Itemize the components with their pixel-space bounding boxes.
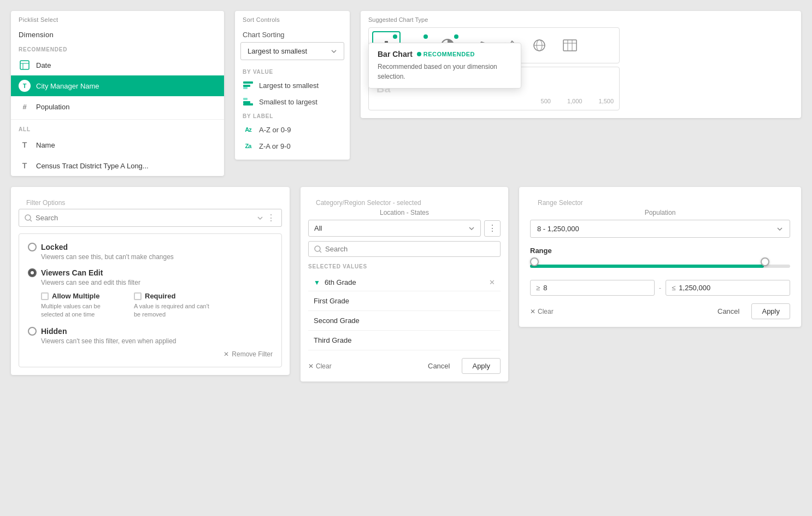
tag-inner: ▼ 6th Grade bbox=[314, 278, 356, 286]
category-search-icon bbox=[314, 245, 322, 253]
svg-rect-8 bbox=[243, 98, 248, 100]
sort-item-smallest-largest[interactable]: Smallest to largest bbox=[235, 93, 350, 110]
date-label: Date bbox=[36, 61, 51, 69]
picklist-item-date[interactable]: Date bbox=[11, 55, 224, 75]
range-selector-panel: Range Selector Population 8 - 1,250,000 … bbox=[519, 187, 801, 327]
slider-fill bbox=[530, 265, 764, 268]
range-apply-button[interactable]: Apply bbox=[751, 303, 790, 319]
allow-multiple-label: Allow Multiple bbox=[52, 292, 99, 300]
chart-btn-table[interactable] bbox=[556, 31, 584, 60]
sort-controls-panel: Sort Controls Chart Sorting Largest to s… bbox=[235, 11, 350, 160]
range-clear-button[interactable]: ✕ Clear bbox=[530, 308, 554, 315]
more-options-icon[interactable]: ⋮ bbox=[267, 213, 276, 223]
selected-values-label: SELECTED VALUES bbox=[308, 261, 501, 272]
table-icon bbox=[19, 59, 31, 71]
picklist-label: Picklist Select bbox=[11, 11, 224, 25]
category-clear-button[interactable]: ✕ Clear bbox=[308, 362, 332, 370]
recommended-section: RECOMMENDED bbox=[11, 42, 224, 55]
category-more-button[interactable]: ⋮ bbox=[484, 220, 501, 237]
range-min-input[interactable] bbox=[543, 284, 587, 292]
chart-type-label: Suggested Chart Type bbox=[368, 16, 793, 23]
picklist-item-city-manager[interactable]: T City Manager Name bbox=[11, 75, 224, 96]
selected-item-label: 6th Grade bbox=[325, 278, 356, 286]
slider-thumb-left[interactable] bbox=[530, 257, 539, 266]
selected-value-6th-grade: ▼ 6th Grade ✕ bbox=[308, 274, 501, 291]
filter-search-bar[interactable]: ⋮ bbox=[19, 209, 282, 227]
range-max-input-box[interactable]: ≤ bbox=[666, 280, 790, 296]
hash-icon: # bbox=[19, 101, 31, 113]
max-operator: ≤ bbox=[672, 284, 675, 292]
smallest-largest-icon bbox=[243, 97, 254, 106]
range-inputs: ≥ - ≤ bbox=[530, 280, 790, 296]
chart-btn-map[interactable] bbox=[525, 31, 554, 60]
slider-thumb-right[interactable] bbox=[761, 257, 769, 266]
range-dropdown[interactable]: 8 - 1,250,000 bbox=[530, 220, 790, 238]
filter-inner-panel: Locked Viewers can see this, but can't m… bbox=[19, 233, 282, 367]
remove-filter-button[interactable]: ✕ Remove Filter bbox=[223, 350, 273, 358]
hidden-label: Hidden bbox=[41, 327, 67, 336]
sort-item-az[interactable]: Az A-Z or 0-9 bbox=[235, 121, 350, 138]
category-selector-label: Category/Region Selector - selected bbox=[308, 195, 501, 209]
T-circle-active-icon: T bbox=[19, 80, 31, 92]
remove-6th-grade-button[interactable]: ✕ bbox=[489, 278, 495, 286]
sort-selected-value: Largest to smallest bbox=[248, 47, 307, 55]
remove-x-icon: ✕ bbox=[223, 350, 229, 358]
clear-label: Clear bbox=[316, 362, 332, 370]
search-chevron-icon bbox=[257, 215, 263, 221]
category-dropdown-row: All ⋮ bbox=[308, 220, 501, 237]
tooltip-desc: Recommended based on your dimension sele… bbox=[378, 62, 512, 81]
third-grade-label: Third Grade bbox=[314, 336, 351, 344]
range-dropdown-value: 8 - 1,250,000 bbox=[537, 225, 579, 233]
city-manager-label: City Manager Name bbox=[36, 82, 99, 90]
svg-line-26 bbox=[320, 251, 321, 253]
svg-rect-6 bbox=[243, 103, 253, 105]
za-label: Z-A or 9-0 bbox=[259, 142, 291, 150]
tooltip-title: Bar Chart bbox=[378, 50, 413, 58]
az-icon: Az bbox=[243, 125, 254, 134]
sort-dropdown[interactable]: Largest to smallest bbox=[240, 42, 344, 60]
list-item-first-grade[interactable]: First Grade bbox=[308, 291, 501, 311]
category-cancel-button[interactable]: Cancel bbox=[420, 358, 457, 374]
list-item-third-grade[interactable]: Third Grade bbox=[308, 331, 501, 350]
T-icon-census: T bbox=[19, 160, 31, 172]
search-icon bbox=[25, 214, 32, 222]
locked-option: Locked Viewers can see this, but can't m… bbox=[28, 243, 273, 261]
more-dots-icon: ⋮ bbox=[488, 223, 497, 233]
viewers-edit-desc: Viewers can see and edit this filter bbox=[41, 279, 273, 286]
range-slider[interactable] bbox=[530, 260, 790, 271]
by-value-label: BY VALUE bbox=[235, 66, 350, 77]
viewers-edit-option: Viewers Can Edit Viewers can see and edi… bbox=[28, 268, 273, 319]
viewers-edit-radio[interactable] bbox=[28, 268, 37, 277]
picklist-item-census[interactable]: T Census Tract District Type A Long... bbox=[11, 155, 224, 176]
sort-item-largest-smallest[interactable]: Largest to smallest bbox=[235, 77, 350, 93]
sort-item-za[interactable]: Za Z-A or 9-0 bbox=[235, 138, 350, 154]
category-search-input[interactable] bbox=[325, 245, 495, 253]
chart-tooltip: Bar Chart RECOMMENDED Recommended based … bbox=[368, 43, 521, 89]
list-item-second-grade[interactable]: Second Grade bbox=[308, 311, 501, 331]
category-selector-panel: Category/Region Selector - selected Loca… bbox=[301, 187, 508, 382]
category-apply-button[interactable]: Apply bbox=[462, 358, 501, 374]
range-label: Range bbox=[530, 247, 790, 255]
range-cancel-button[interactable]: Cancel bbox=[710, 303, 747, 319]
filter-funnel-icon: ▼ bbox=[314, 279, 320, 286]
hidden-option: Hidden Viewers can't see this filter, ev… bbox=[28, 327, 273, 345]
map-chart-icon bbox=[532, 38, 547, 53]
picklist-item-name[interactable]: T Name bbox=[11, 134, 224, 155]
min-operator: ≥ bbox=[536, 284, 540, 292]
locked-radio[interactable] bbox=[28, 243, 37, 251]
sort-controls-label: Sort Controls bbox=[235, 11, 350, 25]
by-label-label: BY LABEL bbox=[235, 110, 350, 121]
required-checkbox[interactable] bbox=[134, 292, 142, 300]
filter-search-input[interactable] bbox=[36, 214, 254, 222]
axis-500: 500 bbox=[541, 98, 551, 104]
range-max-input[interactable] bbox=[679, 284, 722, 292]
picklist-item-population[interactable]: # Population bbox=[11, 96, 224, 117]
hidden-radio[interactable] bbox=[28, 327, 37, 336]
picklist-panel: Picklist Select Dimension RECOMMENDED Da… bbox=[11, 11, 224, 176]
category-dropdown[interactable]: All bbox=[308, 220, 481, 237]
svg-rect-5 bbox=[243, 87, 248, 89]
range-min-input-box[interactable]: ≥ bbox=[530, 280, 655, 296]
axis-1500: 1,500 bbox=[598, 98, 614, 104]
allow-multiple-checkbox[interactable] bbox=[41, 292, 49, 300]
category-search-row[interactable] bbox=[308, 241, 501, 257]
